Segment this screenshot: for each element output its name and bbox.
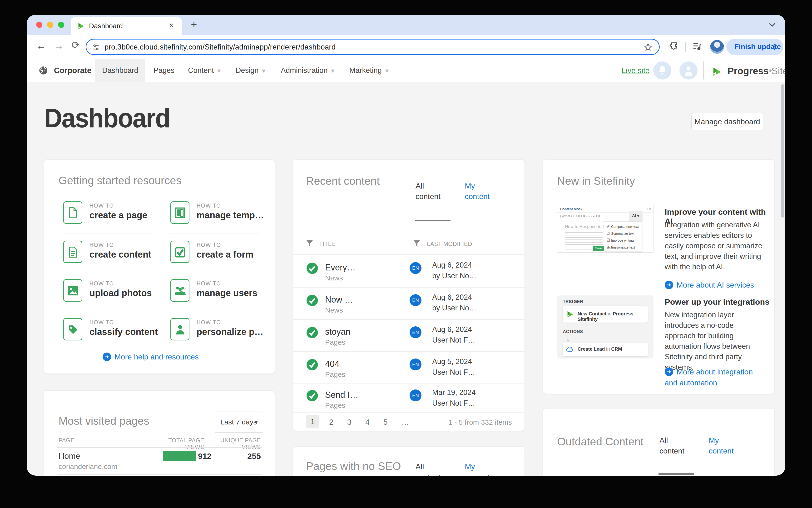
thumb-cancel-button: Cancel <box>607 246 616 250</box>
page-button[interactable]: 5 <box>384 418 388 427</box>
tab-my-content[interactable]: My content <box>465 461 496 476</box>
resource-title[interactable]: manage temp… <box>196 210 264 220</box>
more-help-link[interactable]: More help and resources <box>102 352 199 362</box>
ai-menu-item: Compose new text <box>606 223 642 230</box>
site-settings-icon[interactable] <box>92 43 100 52</box>
nav-item-marketing[interactable]: Marketing▼ <box>349 59 390 82</box>
resource-title[interactable]: manage users <box>196 288 258 298</box>
tab-all-content[interactable]: All content <box>415 461 446 476</box>
more-integration-link[interactable]: More about integration and automation <box>665 366 760 388</box>
profile-avatar[interactable] <box>710 40 724 54</box>
live-site-link[interactable]: Live site <box>622 59 649 82</box>
resource-title[interactable]: create content <box>89 250 151 260</box>
profile-button[interactable] <box>679 61 697 80</box>
bell-icon <box>658 65 667 75</box>
new-tab-button[interactable]: + <box>191 18 197 31</box>
url-text[interactable]: pro.3b0ce.cloud.sitefinity.com/Sitefinit… <box>104 43 335 51</box>
resource-manage-templates[interactable] <box>170 201 189 224</box>
outdated-content-card: Outdated Content All content My content <box>543 408 775 476</box>
page-scrollbar[interactable] <box>781 84 784 218</box>
arrow-circle-icon <box>102 352 111 361</box>
person-icon <box>175 324 185 335</box>
language-badge: EN <box>410 358 421 370</box>
resource-create-a-form[interactable] <box>170 241 189 263</box>
nav-divider <box>703 61 704 80</box>
page-button-active[interactable]: 1 <box>306 415 319 428</box>
manage-dashboard-button[interactable]: Manage dashboard <box>691 113 763 130</box>
resource-create-a-page[interactable] <box>63 201 82 224</box>
toolbar-divider <box>685 42 686 52</box>
bookmark-star-icon[interactable] <box>643 42 653 53</box>
new-in-sitefinity-card: New in Sitefinity Content block ○ × Form… <box>543 160 775 394</box>
active-tab-underline <box>659 473 694 475</box>
finish-update-button[interactable]: Finish update ⋮ <box>726 39 783 55</box>
nav-item-content[interactable]: Content▼ <box>188 59 222 82</box>
extensions-icon[interactable] <box>669 40 681 53</box>
page-ellipsis[interactable]: … <box>402 418 409 427</box>
tab-all-content[interactable]: All content <box>660 435 690 456</box>
ai-feature-thumbnail: Content block ○ × Format ▾ B I ≡ ≡ ≡ ∞ ▪… <box>557 205 653 253</box>
active-tab-underline <box>415 220 451 221</box>
resource-create-content[interactable] <box>63 241 82 263</box>
nav-item-dashboard[interactable]: Dashboard <box>95 59 145 82</box>
pagination-summary: 1 - 5 from 332 items <box>426 418 512 426</box>
action-card: Create Lead in CRM <box>563 343 648 356</box>
card-title: descriptions <box>306 474 364 476</box>
card-title: New in Sitefinity <box>557 174 635 187</box>
ai-menu-item: Summarize text <box>606 230 642 237</box>
notifications-button[interactable] <box>653 61 671 80</box>
language-badge: EN <box>410 294 421 306</box>
resource-personalize-pages[interactable] <box>170 318 189 340</box>
resource-title[interactable]: create a page <box>89 210 147 220</box>
language-badge: EN <box>410 262 421 274</box>
sitefinity-icon <box>566 310 574 319</box>
page-button[interactable]: 3 <box>347 418 352 427</box>
resource-title[interactable]: upload photos <box>89 288 152 298</box>
form-check-icon <box>175 247 185 258</box>
resource-upload-photos[interactable] <box>63 279 82 302</box>
maximize-window-button[interactable] <box>58 22 64 28</box>
tab-search-chevron-icon[interactable] <box>768 22 776 29</box>
media-controls-icon[interactable] <box>691 41 703 53</box>
card-title: Recent content <box>306 174 379 187</box>
address-bar[interactable]: pro.3b0ce.cloud.sitefinity.com/Sitefinit… <box>86 39 660 55</box>
resource-classify-content[interactable] <box>63 318 82 340</box>
back-icon[interactable]: ← <box>36 40 46 51</box>
nav-item-administration[interactable]: Administration▼ <box>281 59 335 82</box>
image-icon <box>67 286 79 296</box>
document-icon <box>68 247 78 258</box>
more-ai-services-link[interactable]: More about AI services <box>665 281 754 290</box>
reload-icon[interactable]: ⟳ <box>72 39 80 51</box>
ai-dropdown-button: AI ▾ <box>629 211 642 221</box>
site-selector[interactable]: Corporate ▼ <box>39 59 102 82</box>
resource-title[interactable]: personalize p… <box>196 327 264 337</box>
unique-views-value: 255 <box>208 452 261 461</box>
published-check-icon <box>306 358 318 372</box>
page-button[interactable]: 4 <box>365 418 370 427</box>
page-button[interactable]: 2 <box>329 418 333 427</box>
resource-manage-users[interactable] <box>170 279 189 302</box>
chevron-down-icon: ▼ <box>254 412 259 432</box>
nav-item-pages[interactable]: Pages <box>153 59 174 82</box>
filter-icon[interactable] <box>413 240 420 249</box>
getting-started-card: Getting started resources HOW TO create … <box>44 160 275 374</box>
date-range-select[interactable]: Last 7 days ▼ <box>214 412 264 432</box>
minimize-window-button[interactable] <box>47 22 53 28</box>
tab-my-content[interactable]: My content <box>465 181 496 202</box>
card-title: Most visited pages <box>58 415 149 427</box>
tab-close-icon[interactable]: × <box>169 20 174 31</box>
browser-menu-icon[interactable]: ⋮ <box>771 42 779 51</box>
chevron-down-icon: ▼ <box>330 68 335 74</box>
resource-title[interactable]: create a form <box>196 250 254 260</box>
browser-tab[interactable]: Dashboard × <box>71 17 182 35</box>
nav-item-design[interactable]: Design▼ <box>236 59 267 82</box>
filter-icon[interactable] <box>306 240 313 249</box>
resource-title[interactable]: classify content <box>89 327 158 337</box>
forward-icon[interactable]: → <box>54 40 64 51</box>
tab-my-content[interactable]: My content <box>709 435 740 456</box>
close-window-button[interactable] <box>36 22 42 28</box>
card-title: Outdated Content <box>557 435 643 448</box>
tab-strip: Dashboard × + <box>27 15 785 35</box>
published-check-icon <box>306 389 318 403</box>
tab-all-content[interactable]: All content <box>415 181 446 202</box>
